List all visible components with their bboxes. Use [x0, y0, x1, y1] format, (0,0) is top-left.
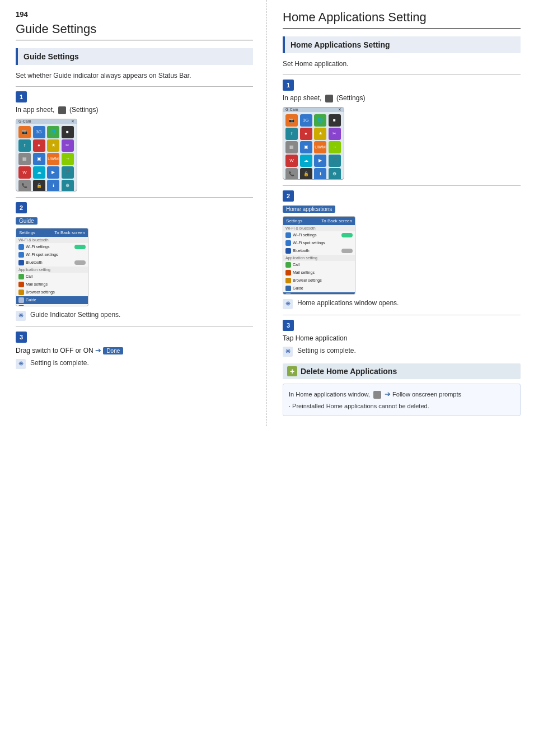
- app-icon: UWM: [47, 153, 59, 165]
- left-section-header: Guide Settings: [16, 48, 253, 65]
- settings-icon-left: [58, 106, 66, 114]
- app-icon: 📷: [18, 126, 31, 138]
- right-description: Set Home application.: [283, 60, 521, 68]
- delete-subsection-header: + Delete Home Applications: [283, 363, 521, 379]
- app-icon: ⚙: [329, 168, 341, 180]
- app-icon: ●: [33, 139, 45, 152]
- app-icon: 🔒: [300, 168, 312, 180]
- phone-screenshot-right-1: G-Cam ✕ 📷 3G 🌐 ■ f ● ★ ✂ ▤ ▣ UWM → W: [283, 107, 344, 180]
- app-icon: 3G: [300, 114, 312, 127]
- app-icon: ☁: [300, 155, 312, 167]
- right-step-badge-2: 2: [283, 190, 294, 202]
- trash-icon: [373, 391, 381, 399]
- app-icon: ▤: [285, 141, 298, 153]
- left-step1-text: In app sheet, (Settings): [16, 106, 253, 114]
- step-badge-2: 2: [16, 202, 27, 213]
- app-icon: 📞: [18, 180, 31, 192]
- left-step2-result: ❋ Guide Indicator Setting opens.: [16, 311, 253, 321]
- app-icon: ▶: [47, 166, 59, 179]
- app-icon: 3G: [33, 126, 45, 138]
- left-step-1: 1 In app sheet, (Settings) G-Cam ✕ 📷 3G …: [16, 86, 253, 192]
- left-step-2: 2 Guide Settings To Back screen Wi-Fi & …: [16, 197, 253, 321]
- app-icon: ▣: [300, 141, 312, 153]
- app-icon: →: [329, 141, 341, 153]
- settings-icon-right: [325, 95, 333, 102]
- app-icon: ⚙: [62, 180, 74, 192]
- left-step3-result: ❋ Setting is complete.: [16, 359, 253, 369]
- left-section-title: Guide Settings: [16, 22, 253, 40]
- app-icon: f: [18, 139, 31, 152]
- app-icon: ■: [329, 114, 341, 127]
- left-step3-text: Drag switch to OFF or ON ➔ Done: [16, 346, 253, 354]
- app-icon: f: [285, 128, 298, 140]
- settings-screenshot-left: Settings To Back screen Wi-Fi & bluetoot…: [16, 228, 88, 306]
- left-step-3: 3 Drag switch to OFF or ON ➔ Done ❋ Sett…: [16, 326, 253, 369]
- app-icon: →: [62, 153, 74, 165]
- right-column: Home Applications Setting Home Applicati…: [267, 0, 534, 426]
- app-icon: 📞: [285, 168, 298, 180]
- right-step-badge-1: 1: [283, 80, 294, 91]
- result-icon-right-2: ❋: [283, 347, 293, 357]
- app-icon: UWM: [314, 141, 326, 153]
- right-step-1: 1 In app sheet, (Settings) G-Cam ✕ 📷 3G …: [283, 74, 521, 180]
- right-step-badge-3: 3: [283, 320, 294, 331]
- right-step-2: 2 Home applications Settings To Back scr…: [283, 185, 521, 309]
- app-icon: ■: [62, 126, 74, 138]
- app-icon: ▣: [33, 153, 45, 165]
- result-icon-right-1: ❋: [283, 299, 293, 309]
- delete-note-box: In Home applications window, ➔ Follow on…: [283, 384, 521, 416]
- done-badge: Done: [103, 347, 123, 354]
- left-description: Set whether Guide indicator always appea…: [16, 72, 253, 80]
- right-step1-text: In app sheet, (Settings): [283, 94, 521, 102]
- app-icon: 🎵: [329, 155, 341, 167]
- app-icon: 🌐: [47, 126, 59, 138]
- app-icon: ★: [314, 128, 326, 140]
- right-section-title: Home Applications Setting: [283, 10, 521, 29]
- app-icon: ☁: [33, 166, 45, 179]
- app-icon: ℹ: [47, 180, 59, 192]
- app-icon: W: [285, 155, 298, 167]
- guide-badge: Guide: [16, 217, 38, 225]
- app-icon: ●: [300, 128, 312, 140]
- page-number: 194: [16, 10, 253, 18]
- delete-subsection-title: Delete Home Applications: [301, 367, 397, 376]
- result-icon-2: ❋: [16, 359, 26, 369]
- right-step-3: 3 Tap Home application ❋ Setting is comp…: [283, 315, 521, 357]
- plus-icon: +: [287, 366, 297, 376]
- app-icon: ★: [47, 139, 59, 152]
- app-icon: ✂: [329, 128, 341, 140]
- app-icon: 📷: [285, 114, 298, 127]
- app-icon: ✂: [62, 139, 74, 152]
- phone-screenshot-left-1: G-Cam ✕ 📷 3G 🌐 ■ f ● ★ ✂ ▤ ▣ UWM → W: [16, 119, 77, 192]
- right-section-header: Home Applications Setting: [283, 36, 521, 53]
- app-icon: ▤: [18, 153, 31, 165]
- step-badge-1: 1: [16, 91, 27, 102]
- right-step3-text: Tap Home application: [283, 334, 521, 342]
- app-icon: W: [18, 166, 31, 179]
- app-icon: ℹ: [314, 168, 326, 180]
- right-step2-result: ❋ Home applications window opens.: [283, 299, 521, 309]
- app-icon: 🎵: [62, 166, 74, 179]
- result-icon-1: ❋: [16, 311, 26, 321]
- left-column: 194 Guide Settings Guide Settings Set wh…: [0, 0, 267, 426]
- app-icon: 🌐: [314, 114, 326, 127]
- settings-screenshot-right: Settings To Back screen Wi-Fi & bluetoot…: [283, 216, 355, 295]
- home-apps-badge: Home applications: [283, 206, 335, 213]
- app-icon: 🔒: [33, 180, 45, 192]
- step-badge-3: 3: [16, 332, 27, 343]
- app-icon: ▶: [314, 155, 326, 167]
- right-step3-result: ❋ Setting is complete.: [283, 347, 521, 357]
